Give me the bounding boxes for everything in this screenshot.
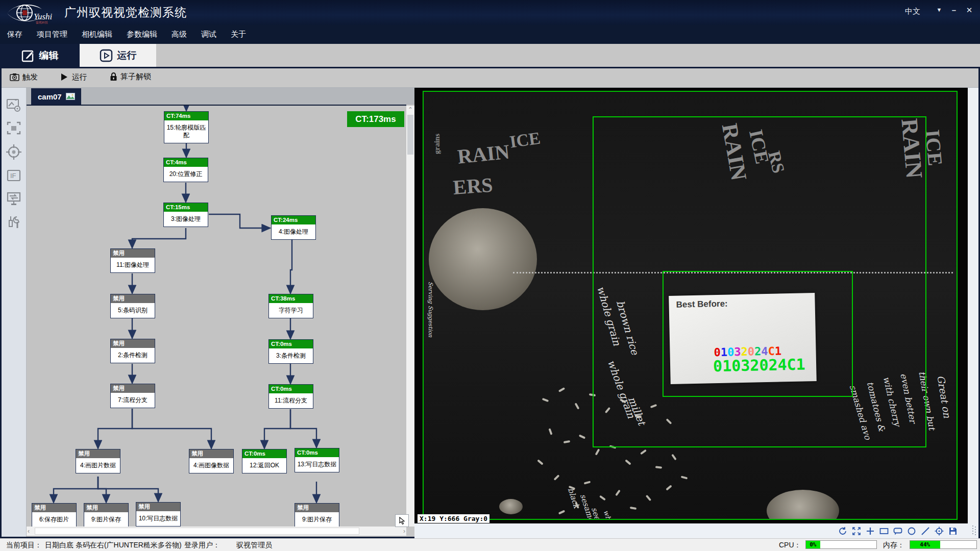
flow-node-header: CT:0ms	[295, 448, 339, 457]
flow-node-label: 字符学习	[269, 303, 313, 318]
flow-node[interactable]: 禁用7:流程分支	[110, 384, 155, 408]
rice-grain-shape	[599, 495, 606, 501]
roi-capture-icon[interactable]	[6, 120, 22, 137]
zoom-in-icon[interactable]	[865, 526, 875, 536]
flow-node-label: 10:写日志数据	[136, 511, 180, 526]
refresh-icon[interactable]	[838, 526, 848, 536]
svg-text:Yushi: Yushi	[34, 12, 53, 21]
language-dropdown-icon[interactable]: ▼	[934, 7, 944, 13]
flow-node-header: CT:0ms	[269, 385, 313, 393]
flow-node-label: 3:图像处理	[164, 212, 208, 227]
flow-node[interactable]: CT:4ms20:位置修正	[163, 158, 208, 182]
minimize-button[interactable]: –	[948, 6, 960, 14]
scroll-right-icon[interactable]: ›	[403, 527, 405, 535]
flow-node-header: 禁用	[111, 339, 155, 348]
tab-run-label: 运行	[117, 49, 137, 62]
menu-bar: 保存项目管理相机编辑参数编辑高级调试关于	[0, 25, 980, 44]
menu-item-3[interactable]: 参数编辑	[119, 25, 164, 39]
flow-node[interactable]: 禁用4:画图像数据	[189, 449, 234, 473]
menu-item-2[interactable]: 相机编辑	[75, 25, 119, 39]
memory-meter: 44%	[910, 540, 977, 549]
flow-node-label: 4:画图像数据	[189, 458, 233, 473]
scroll-left-icon[interactable]: ‹	[28, 527, 30, 535]
image-settings-icon[interactable]	[6, 97, 22, 113]
flowchart-vscrollbar[interactable]: ⌃	[406, 106, 414, 527]
scroll-up-icon[interactable]: ⌃	[406, 106, 414, 114]
package-script-text: Serving Suggestion	[427, 282, 434, 337]
hscroll-thumb[interactable]	[35, 528, 359, 535]
cursor-arrow-icon	[399, 517, 406, 525]
project-name: 日期白底 条码在右(广HUNTER糙米多谷物)	[45, 541, 182, 550]
flow-node[interactable]: CT:0ms11:流程分支	[268, 384, 313, 409]
flow-node[interactable]: CT:24ms4:图像处理	[271, 215, 316, 240]
rice-grain-shape	[579, 434, 585, 439]
flow-node[interactable]: CT:0ms13:写日志数据	[295, 448, 339, 472]
center-target-icon[interactable]	[934, 526, 944, 536]
flow-node[interactable]: CT:0ms12:返回OK	[242, 449, 287, 473]
rounded-rect-roi-icon[interactable]	[893, 526, 903, 536]
io-transfer-icon[interactable]	[6, 191, 22, 207]
flow-node[interactable]: 禁用4:画图片数据	[76, 449, 120, 473]
tab-run[interactable]: 运行	[80, 44, 156, 67]
edit-pencil-icon	[21, 49, 35, 62]
user-label: 登录用户：	[184, 541, 220, 550]
rice-grain-shape	[646, 495, 651, 502]
flow-node-header: CT:24ms	[272, 216, 315, 224]
language-selector[interactable]: 中文	[902, 7, 923, 16]
menu-item-5[interactable]: 调试	[194, 25, 224, 39]
close-button[interactable]: ✕	[964, 6, 975, 15]
menu-item-4[interactable]: 高级	[164, 25, 194, 39]
operator-unlock-button[interactable]: 算子解锁	[110, 72, 151, 82]
flow-node[interactable]: 禁用10:写日志数据	[136, 502, 181, 527]
flow-node[interactable]: CT:74ms15:轮廓模版匹配	[164, 111, 209, 143]
resize-grip[interactable]	[972, 525, 976, 536]
trigger-button[interactable]: 触发	[10, 72, 38, 82]
ocr-result-green: 01032024C1	[713, 355, 805, 375]
save-image-icon[interactable]	[948, 526, 958, 536]
flow-node-label: 6:保存图片	[32, 512, 76, 527]
flow-node[interactable]: 禁用6:保存图片	[32, 503, 77, 528]
line-roi-icon[interactable]	[920, 526, 930, 536]
flow-node[interactable]: 禁用2:条件检测	[110, 339, 155, 363]
flow-node-label: 20:位置修正	[164, 167, 208, 182]
flow-node[interactable]: 禁用9:图片保存	[295, 503, 339, 528]
pixel-coordinate-readout: X:19 Y:666 Gray:0	[418, 514, 489, 523]
pointer-tool-button[interactable]	[395, 514, 409, 527]
tab-edit[interactable]: 编辑	[0, 44, 80, 67]
flow-node[interactable]: 禁用9:图片保存	[84, 503, 129, 528]
flow-node-header: CT:0ms	[242, 449, 286, 458]
fit-view-icon[interactable]	[851, 526, 862, 536]
flow-node[interactable]: CT:0ms3:条件检测	[268, 339, 313, 364]
menu-item-1[interactable]: 项目管理	[30, 25, 75, 39]
menu-item-6[interactable]: 关于	[224, 25, 253, 39]
if-condition-icon[interactable]: IF	[6, 167, 22, 184]
circle-roi-icon[interactable]	[906, 526, 917, 536]
flowchart-canvas[interactable]: CT:74ms15:轮廓模版匹配CT:4ms20:位置修正CT:15ms3:图像…	[27, 105, 406, 528]
rect-roi-icon[interactable]	[879, 526, 889, 536]
run-label: 运行	[71, 72, 87, 82]
flow-node-header: 禁用	[76, 449, 120, 458]
flowchart-hscrollbar[interactable]: ‹ ›	[27, 527, 406, 536]
flow-node[interactable]: 禁用11:图像处理	[110, 248, 155, 273]
camera-tab-label: cam07	[38, 92, 62, 101]
menu-item-0[interactable]: 保存	[0, 25, 30, 39]
package-print-text: ERS	[452, 173, 494, 199]
package-script-text: Great on	[935, 374, 953, 419]
vscroll-thumb[interactable]	[407, 115, 413, 155]
flow-node[interactable]: CT:15ms3:图像处理	[163, 203, 208, 227]
camera-tab-cam07[interactable]: cam07	[31, 88, 81, 105]
rice-grain-shape	[558, 510, 565, 514]
flow-node-header: 禁用	[111, 294, 155, 303]
flow-node-header: CT:0ms	[269, 340, 313, 348]
package-print-text: RAIN	[456, 139, 511, 168]
flow-node[interactable]: CT:38ms字符学习	[268, 294, 313, 318]
rice-grain-shape	[548, 428, 552, 435]
total-cycle-time-badge: CT:173ms	[347, 111, 404, 127]
run-button[interactable]: 运行	[60, 72, 87, 82]
tools-icon[interactable]	[6, 214, 22, 231]
target-icon[interactable]	[6, 144, 22, 160]
flow-toolbar: 触发 运行 算子解锁	[2, 68, 978, 88]
app-window: Yushi 驭视科技 广州驭视视觉检测系统 中文 ▼ – ✕ 保存项目管理相机编…	[0, 0, 980, 551]
flow-node[interactable]: 禁用5:条码识别	[110, 294, 155, 318]
user-name: 驭视管理员	[236, 541, 272, 550]
